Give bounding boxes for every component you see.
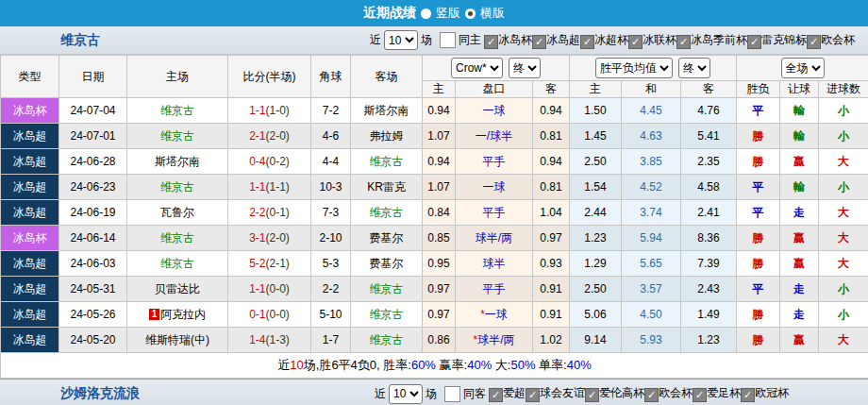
league-checkbox[interactable]: ✓	[484, 35, 498, 49]
bookmaker-select[interactable]: Crow*	[451, 58, 503, 78]
cell-result-handicap: 輸	[780, 98, 819, 124]
summary-segment: 40%	[467, 358, 492, 372]
cell-away: 费基尔	[351, 226, 423, 251]
fulltime-score: 0-1	[249, 308, 265, 321]
league-checkbox[interactable]: ✓	[532, 35, 546, 49]
team1-match-count-select[interactable]: 10	[384, 30, 418, 50]
cell-away: 维京古	[351, 277, 423, 302]
cell-avg-draw: 3.85	[622, 149, 681, 175]
cell-avg-draw: 5.65	[622, 251, 681, 277]
vertical-layout-label[interactable]: 竖版	[436, 5, 460, 22]
same-away-label: 同客	[463, 386, 486, 402]
league-checkbox[interactable]: ✓	[580, 35, 594, 49]
cell-result-handicap: 輸	[780, 124, 819, 149]
cell-handicap: 平手	[456, 200, 533, 226]
fulltime-score: 1-1	[249, 180, 265, 194]
home-team-name: 维京古	[160, 104, 194, 117]
avg-odds-select[interactable]: 胜平负均值	[595, 58, 673, 78]
league-checkbox[interactable]: ✓	[741, 388, 755, 402]
horizontal-layout-radio[interactable]	[465, 8, 476, 19]
handicap-value: 平手	[483, 282, 506, 295]
away-team-name: 维京古	[370, 308, 404, 321]
league-checkbox[interactable]: ✓	[489, 388, 503, 402]
summary-segment: 场,胜6平4负0, 胜率:	[304, 358, 411, 372]
league-checkbox[interactable]: ✓	[526, 388, 540, 402]
cell-home: 瓦鲁尔	[127, 200, 228, 226]
cell-corners: 2-2	[311, 277, 351, 302]
same-home-checkbox[interactable]	[440, 32, 456, 48]
sub-header-wdl: 胜负	[737, 81, 780, 98]
cell-date: 24-06-19	[59, 200, 127, 226]
home-team-name: 维斯特瑞(中)	[145, 333, 209, 346]
horizontal-layout-label[interactable]: 横版	[480, 5, 505, 22]
league-checkbox[interactable]: ✓	[747, 35, 761, 49]
near-label: 近	[370, 32, 381, 48]
cell-competition: 冰岛超	[1, 124, 59, 149]
cell-date: 24-06-28	[59, 149, 127, 175]
summary-segment: 赢率:	[436, 358, 467, 372]
match-scope-select[interactable]: 全场	[781, 58, 825, 78]
cell-odds-away: 0.93	[533, 251, 570, 277]
league-checkbox[interactable]: ✓	[807, 35, 821, 49]
cell-avg-away: 5.41	[681, 124, 737, 149]
same-away-checkbox[interactable]	[444, 386, 460, 402]
col-header-corners: 角球	[311, 56, 351, 98]
table-row: 冰岛杯24-06-14维京古3-1(2-0)2-10费基尔0.85球半/两0.9…	[1, 226, 868, 251]
avg-final-select[interactable]: 终	[678, 58, 710, 78]
recent-results-panel: 近期战绩 竖版 横版 维京古 近 10 场 同主 ✓冰岛杯✓冰岛超✓冰超杯✓冰联…	[0, 0, 868, 405]
cell-corners: 4-4	[311, 149, 351, 175]
away-team-name: 维京古	[370, 333, 404, 346]
home-team-name: 维京古	[160, 231, 194, 245]
cell-date: 24-06-03	[59, 251, 127, 277]
cell-score: 0-1(0-0)	[228, 302, 311, 328]
cell-avg-away: 1.49	[681, 302, 737, 328]
cell-odds-home: 1.07	[423, 175, 456, 200]
league-checkbox[interactable]: ✓	[693, 388, 707, 402]
cell-avg-home: 2.44	[570, 200, 622, 226]
summary-segment: 40%	[567, 358, 592, 372]
league-checkbox[interactable]: ✓	[628, 35, 643, 49]
away-team-name: KR雷克	[367, 180, 406, 194]
cell-result-wdl: 勝	[737, 226, 780, 251]
cell-handicap: 球半	[456, 251, 533, 277]
cell-avg-draw: 4.63	[622, 124, 681, 149]
sub-header-avg-draw: 和	[622, 81, 681, 98]
league-checkbox[interactable]: ✓	[644, 388, 659, 402]
halftime-score: (0-0)	[266, 308, 290, 321]
cell-away: 维京古	[351, 328, 423, 353]
handicap-value: 一球	[483, 104, 506, 117]
handicap-value: 一球	[483, 180, 506, 194]
cell-handicap: 球半/两	[456, 226, 533, 251]
odds-final-select[interactable]: 终	[509, 58, 541, 78]
cell-result-handicap: 贏	[780, 226, 819, 251]
fulltime-score: 1-1	[249, 282, 265, 295]
summary-segment: 60%	[411, 358, 436, 372]
cell-odds-away: 0.94	[533, 98, 570, 124]
table-row: 冰岛超24-05-31贝雷达比1-1(0-0)2-2维京古0.97平手0.912…	[1, 277, 868, 302]
league-checkbox[interactable]: ✓	[676, 35, 691, 49]
summary-text: 近10场,胜6平4负0, 胜率:60% 赢率:40% 大:50% 单率:40%	[277, 358, 591, 372]
table-row: 冰岛超24-06-03维京古5-2(2-1)5-3费基尔0.95球半0.931.…	[1, 251, 868, 277]
table-row: 冰岛杯24-07-04维京古1-1(1-0)7-2斯塔尔南0.94一球0.941…	[1, 98, 868, 124]
vertical-layout-radio[interactable]	[421, 8, 431, 19]
table-footer: 近10场,胜6平4负0, 胜率:60% 赢率:40% 大:50% 单率:40%	[1, 353, 868, 379]
summary-segment: 50%	[510, 358, 535, 372]
cell-odds-home: 0.95	[423, 251, 456, 277]
league-label: 爱超	[503, 386, 526, 399]
cell-competition: 冰岛杯	[1, 98, 59, 124]
team2-match-count-select[interactable]: 10	[389, 384, 423, 404]
cell-avg-home: 2.50	[570, 277, 622, 302]
cell-odds-home: 0.97	[423, 302, 456, 328]
cell-result-handicap: 贏	[780, 328, 819, 353]
cell-home: 维京古	[127, 98, 228, 124]
cell-avg-away: 2.41	[681, 200, 737, 226]
cell-home: 维京古	[127, 175, 228, 200]
cell-avg-draw: 4.52	[622, 175, 681, 200]
cell-odds-away: 0.97	[533, 226, 570, 251]
league-checkbox[interactable]: ✓	[585, 388, 599, 402]
cell-odds-home: 0.94	[423, 149, 456, 175]
away-team-name: 斯塔尔南	[364, 104, 409, 117]
league-label: 冰联杯	[643, 33, 676, 46]
cell-corners: 2-10	[311, 226, 351, 251]
cell-odds-away: 0.94	[533, 149, 570, 175]
